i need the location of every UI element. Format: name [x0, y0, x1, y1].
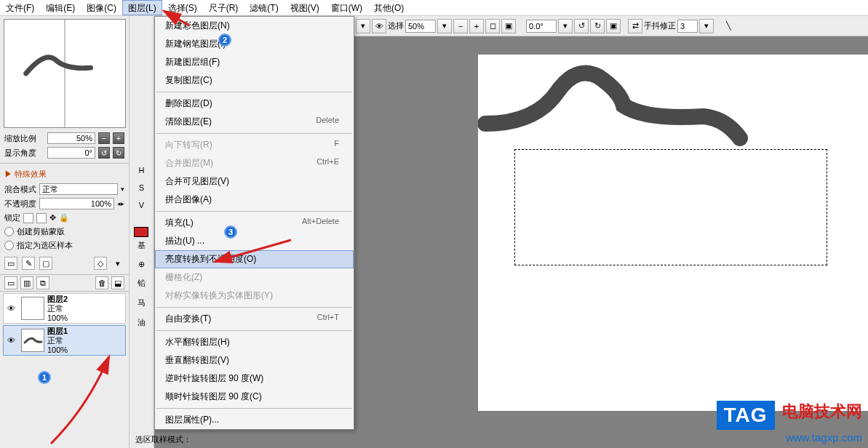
layer-name: 图层1: [47, 327, 68, 336]
zoom-input[interactable]: [405, 20, 436, 33]
layer-group-icon[interactable]: ▥: [20, 276, 33, 289]
hsv-h: H: [130, 161, 154, 179]
mid-label-move[interactable]: ⊕: [130, 255, 154, 273]
annotation-arrow: [204, 233, 298, 269]
watermark-tag: TAG: [717, 401, 775, 430]
selection-sample-radio[interactable]: [4, 241, 14, 250]
selection-marquee: [514, 149, 827, 265]
layer-delete-icon[interactable]: 🗑: [95, 276, 108, 289]
selection-sample-label: 指定为选区样本: [17, 240, 73, 251]
blend-mode-label: 混合模式: [4, 184, 36, 195]
angle-drop[interactable]: ▾: [558, 19, 573, 33]
menu-edit[interactable]: 编辑(E): [40, 0, 81, 15]
angle-value[interactable]: 0°: [47, 147, 95, 159]
menu-flatten[interactable]: 拼合图像(A): [155, 191, 354, 209]
angle-input[interactable]: [526, 20, 557, 33]
visibility-icon[interactable]: 👁: [4, 304, 18, 313]
layer-thumbnail: [21, 297, 44, 320]
menu-layer-properties[interactable]: 图层属性(P)...: [155, 411, 354, 429]
layer-dup-icon[interactable]: ⧉: [36, 276, 49, 289]
lock-transparency-icon[interactable]: [23, 213, 33, 223]
canvas[interactable]: [478, 55, 868, 411]
line-tool-icon[interactable]: ╲: [721, 19, 736, 33]
flip-icon[interactable]: ⇄: [628, 19, 642, 33]
menu-rasterize: 栅格化(Z): [155, 268, 354, 287]
menu-view[interactable]: 视图(V): [284, 0, 325, 15]
opacity-value[interactable]: 100%: [39, 198, 114, 209]
angle-cw-btn[interactable]: ↻: [113, 147, 124, 159]
lock-pixels-icon[interactable]: [36, 213, 47, 223]
lock-label: 锁定: [4, 212, 20, 223]
zoom-minus[interactable]: −: [453, 19, 468, 33]
mid-label-oil: 油: [130, 313, 154, 332]
separator: [156, 408, 352, 409]
watermark: TAG 电脑技术网 www.tagxp.com: [717, 401, 862, 444]
zoom-reset[interactable]: ▣: [501, 19, 516, 33]
mid-label-marker: 马: [130, 293, 154, 313]
mid-label-base: 基: [130, 236, 154, 255]
menu-flip-v[interactable]: 垂直翻转图层(V): [155, 351, 354, 369]
zoom-ratio-value[interactable]: 50%: [47, 132, 95, 144]
rotate-ccw-icon[interactable]: ↺: [574, 19, 589, 33]
stabilizer-drop[interactable]: ▾: [699, 19, 714, 33]
menu-delete-layer[interactable]: 删除图层(D): [155, 95, 354, 113]
hsv-s: S: [130, 179, 154, 196]
zoom-minus-btn[interactable]: −: [98, 132, 110, 144]
menu-other[interactable]: 其他(O): [368, 0, 410, 15]
zoom-plus-btn[interactable]: +: [113, 132, 124, 144]
layer-name: 图层2: [47, 295, 68, 304]
zoom-drop[interactable]: ▾: [437, 19, 452, 33]
menu-ruler[interactable]: 尺子(R): [203, 0, 244, 15]
zoom-fit[interactable]: ◻: [485, 19, 500, 33]
zoom-plus[interactable]: +: [469, 19, 484, 33]
top-toolbar: ▾ 👁 选择 ▾ − + ◻ ▣ ▾ ↺ ↻ ▣ ⇄ 手抖修正 ▾ ╲: [353, 16, 868, 36]
separator: [156, 330, 352, 331]
separator: [156, 211, 352, 212]
new-layer-icon[interactable]: ▭: [4, 257, 17, 270]
select-label: 选择: [388, 20, 404, 31]
layer-merge-icon[interactable]: ⬓: [111, 276, 124, 289]
watermark-text: 电脑技术网: [782, 401, 862, 423]
new-pen-layer-icon[interactable]: ✎: [22, 257, 35, 270]
separator: [156, 307, 352, 308]
transform-icon[interactable]: ◇: [94, 257, 107, 270]
menu-new-pen-layer[interactable]: 新建钢笔图层(I): [155, 35, 354, 53]
menu-clear-layer[interactable]: 清除图层(E)Delete: [155, 113, 354, 131]
rotate-cw-icon[interactable]: ↻: [590, 19, 605, 33]
dropdown-btn[interactable]: ▾: [356, 19, 370, 33]
menu-filter[interactable]: 滤镜(T): [244, 0, 284, 15]
menu-rotate-ccw-90[interactable]: 逆时针旋转图层 90 度(W): [155, 369, 354, 388]
lock-all-icon[interactable]: 🔒: [59, 213, 69, 223]
lock-move-icon[interactable]: ✥: [49, 213, 56, 223]
rotate-reset[interactable]: ▣: [606, 19, 621, 33]
visibility-icon[interactable]: 👁: [4, 336, 18, 345]
badge-1: 1: [38, 371, 51, 384]
separator: [156, 92, 352, 92]
layer-new-icon[interactable]: ▭: [4, 276, 17, 289]
menu-file[interactable]: 文件(F): [0, 0, 40, 15]
blend-mode-combo[interactable]: 正常: [39, 183, 118, 195]
angle-ccw-btn[interactable]: ↺: [98, 147, 110, 159]
clip-mask-radio[interactable]: [4, 227, 14, 236]
eye-icon[interactable]: 👁: [372, 19, 386, 33]
stabilizer-input[interactable]: [677, 20, 698, 33]
foreground-color-swatch[interactable]: [134, 227, 148, 237]
menu-window[interactable]: 窗口(W): [325, 0, 368, 15]
menu-flip-h[interactable]: 水平翻转图层(H): [155, 333, 354, 351]
navigator-thumbnail[interactable]: [4, 19, 126, 128]
menu-icon[interactable]: ▾: [111, 257, 124, 270]
layer-item[interactable]: 👁 图层2 正常 100%: [3, 293, 126, 324]
effects-collapser[interactable]: ▶ 特殊效果: [0, 167, 129, 182]
menu-symmetry-convert: 对称实像转换为实体图形(Y): [155, 287, 354, 305]
annotation-arrow: [95, 0, 196, 29]
menu-merge-visible[interactable]: 合并可见图层(V): [155, 172, 354, 191]
menu-new-layer-group[interactable]: 新建图层组(F): [155, 53, 354, 71]
menu-duplicate-layer[interactable]: 复制图层(C): [155, 71, 354, 89]
layer-mode: 正常: [47, 304, 68, 313]
badge-3: 3: [224, 225, 237, 239]
menu-rotate-cw-90[interactable]: 顺时针旋转图层 90 度(C): [155, 388, 354, 406]
watermark-url: www.tagxp.com: [717, 431, 862, 444]
mask-icon[interactable]: ▢: [39, 257, 52, 270]
menu-fill[interactable]: 填充(L)Alt+Delete: [155, 214, 354, 232]
menu-free-transform[interactable]: 自由变换(T)Ctrl+T: [155, 310, 354, 328]
